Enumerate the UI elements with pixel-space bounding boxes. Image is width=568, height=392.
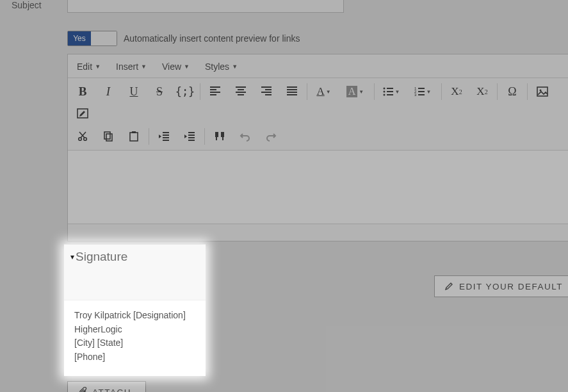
svg-rect-13 bbox=[130, 133, 138, 141]
menu-edit[interactable]: Edit▼ bbox=[77, 61, 101, 72]
svg-rect-15 bbox=[215, 132, 218, 137]
svg-rect-12 bbox=[106, 134, 112, 141]
image-button[interactable] bbox=[530, 81, 555, 102]
undo-button[interactable] bbox=[232, 126, 258, 147]
link-preview-toggle[interactable]: Yes bbox=[67, 31, 117, 46]
redo-button[interactable] bbox=[258, 126, 284, 147]
signature-line-3: [City] [State] bbox=[74, 336, 195, 350]
menu-insert[interactable]: Insert▼ bbox=[116, 61, 147, 72]
link-preview-toggle-label: Automatically insert content preview for… bbox=[124, 33, 300, 44]
subject-input[interactable] bbox=[67, 0, 344, 13]
chevron-down-icon: ▾ bbox=[70, 252, 74, 261]
underline-button[interactable]: U bbox=[121, 81, 147, 102]
signature-title: Signature bbox=[76, 250, 127, 264]
signature-line-1: Troy Kilpatrick [Designation] bbox=[74, 309, 195, 323]
toggle-off-side bbox=[91, 31, 117, 45]
signature-line-2: HigherLogic bbox=[74, 323, 195, 337]
find-replace-button[interactable] bbox=[207, 126, 232, 147]
signature-panel: ▾ Signature Troy Kilpatrick [Designation… bbox=[64, 244, 206, 376]
paste-button[interactable] bbox=[121, 126, 147, 147]
signature-header[interactable]: ▾ Signature bbox=[64, 244, 206, 269]
svg-rect-11 bbox=[104, 132, 110, 139]
align-center-button[interactable] bbox=[228, 81, 254, 102]
subscript-button[interactable]: X2 bbox=[444, 81, 469, 102]
signature-line-4: [Phone] bbox=[74, 350, 195, 364]
copy-button[interactable] bbox=[95, 126, 121, 147]
subject-label: Subject bbox=[12, 0, 66, 10]
svg-rect-14 bbox=[132, 131, 136, 133]
align-right-button[interactable] bbox=[254, 81, 279, 102]
editor-content-area[interactable] bbox=[68, 151, 568, 224]
attach-button[interactable]: ATTACH bbox=[67, 381, 146, 392]
rich-text-editor: Edit▼ Insert▼ View▼ Styles▼ B I U S {;} … bbox=[67, 54, 568, 241]
cut-button[interactable] bbox=[70, 126, 95, 147]
attachment-icon bbox=[78, 387, 87, 393]
numbered-list-button[interactable]: 123▼ bbox=[408, 81, 439, 102]
attach-label: ATTACH bbox=[92, 388, 131, 393]
superscript-button[interactable]: X2 bbox=[469, 81, 495, 102]
background-color-button[interactable]: A▼ bbox=[341, 81, 372, 102]
outdent-button[interactable] bbox=[151, 126, 177, 147]
svg-rect-16 bbox=[221, 132, 224, 137]
indent-button[interactable] bbox=[177, 126, 202, 147]
align-justify-button[interactable] bbox=[279, 81, 305, 102]
svg-point-2 bbox=[383, 94, 385, 96]
signature-body: Troy Kilpatrick [Designation] HigherLogi… bbox=[64, 300, 206, 376]
edit-icon[interactable] bbox=[70, 102, 95, 124]
bold-button[interactable]: B bbox=[70, 81, 95, 102]
menu-view[interactable]: View▼ bbox=[162, 61, 190, 72]
align-left-button[interactable] bbox=[202, 81, 228, 102]
edit-default-signature-button[interactable]: EDIT YOUR DEFAULT bbox=[434, 275, 568, 297]
svg-text:3: 3 bbox=[414, 93, 417, 97]
italic-button[interactable]: I bbox=[95, 81, 121, 102]
bullet-list-button[interactable]: ▼ bbox=[377, 81, 408, 102]
strikethrough-button[interactable]: S bbox=[147, 81, 172, 102]
edit-icon bbox=[445, 281, 454, 292]
text-color-button[interactable]: A▼ bbox=[309, 81, 341, 102]
toggle-on-label: Yes bbox=[68, 31, 91, 45]
svg-rect-6 bbox=[537, 87, 548, 96]
svg-point-0 bbox=[383, 88, 385, 90]
code-button[interactable]: {;} bbox=[172, 81, 198, 102]
svg-point-1 bbox=[383, 91, 385, 93]
special-char-button[interactable]: Ω bbox=[499, 81, 525, 102]
editor-footer bbox=[68, 224, 568, 241]
edit-default-label: EDIT YOUR DEFAULT bbox=[459, 282, 563, 291]
menu-styles[interactable]: Styles▼ bbox=[205, 61, 238, 72]
